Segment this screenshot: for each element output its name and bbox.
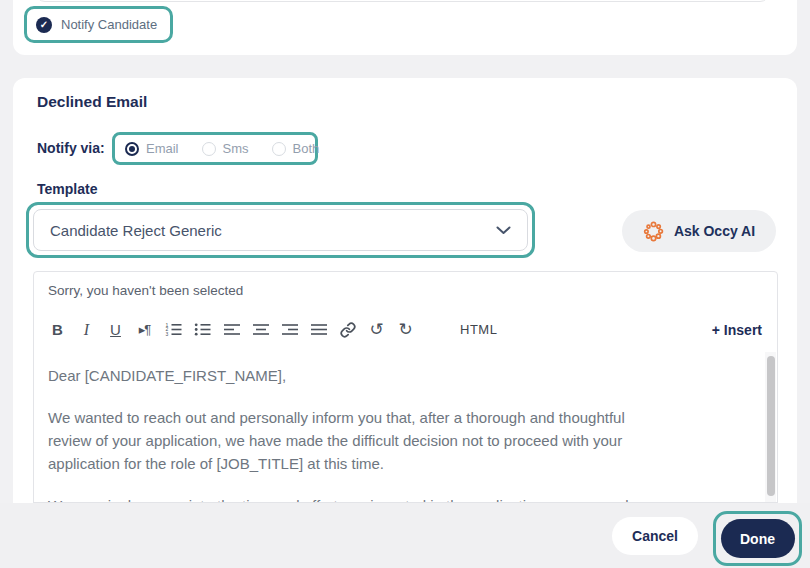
radio-email[interactable]: Email [125,141,179,156]
ask-occy-ai-label: Ask Occy AI [674,223,755,239]
link-icon [340,322,356,338]
redo-button[interactable]: ↻ [397,317,414,343]
insert-link-button[interactable] [339,317,356,343]
align-center-icon [253,323,269,336]
footer: Cancel Done [0,503,810,568]
radio-unselected-icon [272,142,286,156]
chevron-down-icon [496,221,511,239]
template-select[interactable]: Candidate Reject Generic [33,209,528,251]
undo-button[interactable]: ↺ [368,317,385,343]
notify-candidate-card: ✓ Notify Candidate [13,0,797,55]
notify-via-radio-group: Email Sms Both [112,132,318,165]
underline-button[interactable]: U [107,317,124,343]
template-label: Template [37,181,97,197]
template-select-highlight: Candidate Reject Generic [26,202,535,258]
body-paragraph: Dear [CANDIDATE_FIRST_NAME], [48,364,741,387]
radio-sms-label: Sms [223,141,249,156]
align-left-button[interactable] [223,317,240,343]
ask-occy-ai-button[interactable]: Ask Occy AI [622,210,776,252]
radio-both[interactable]: Both [272,141,320,156]
cancel-button[interactable]: Cancel [612,517,698,555]
editor-scrollbar[interactable] [765,352,776,502]
align-left-icon [224,323,240,336]
notify-candidate-label: Notify Candidate [61,17,157,32]
notify-candidate-checkbox[interactable]: ✓ Notify Candidate [24,6,173,43]
radio-email-label: Email [146,141,179,156]
declined-email-card: Declined Email Notify via: Email Sms Bot… [13,78,797,503]
radio-sms[interactable]: Sms [202,141,249,156]
occy-ai-icon [643,221,664,242]
radio-selected-icon [125,142,139,156]
email-body-editor[interactable]: Dear [CANDIDATE_FIRST_NAME], We wanted t… [33,351,778,503]
done-button[interactable]: Done [721,519,795,558]
cutoff-field-above [35,0,770,2]
bold-button[interactable]: B [49,317,66,343]
align-justify-button[interactable] [310,317,327,343]
radio-both-label: Both [293,141,320,156]
subject-input[interactable]: Sorry, you haven't been selected [33,271,778,309]
ordered-list-icon: 123 [165,322,182,337]
radio-unselected-icon [202,142,216,156]
unordered-list-button[interactable] [194,317,211,343]
body-paragraph: We wanted to reach out and personally in… [48,406,741,475]
page-title: Declined Email [37,93,147,111]
ordered-list-button[interactable]: 123 [165,317,182,343]
notify-via-label: Notify via: [37,140,105,156]
unordered-list-icon [194,322,211,337]
scrollbar-thumb[interactable] [767,356,775,496]
align-justify-icon [311,323,327,336]
check-icon: ✓ [40,19,48,30]
insert-button[interactable]: + Insert [712,322,762,338]
svg-text:3: 3 [166,331,169,337]
align-right-icon [282,323,298,336]
html-view-button[interactable]: HTML [460,317,497,343]
body-paragraph: We genuinely appreciate the time and eff… [48,494,741,503]
paragraph-format-button[interactable]: ▸¶ [136,317,153,343]
checkbox-checked-icon: ✓ [36,17,52,33]
italic-button[interactable]: I [78,317,95,343]
align-right-button[interactable] [281,317,298,343]
subject-value: Sorry, you haven't been selected [48,283,243,298]
template-selected-value: Candidate Reject Generic [50,222,222,239]
done-button-highlight: Done [713,511,802,566]
declined-email-screen: ✓ Notify Candidate Declined Email Notify… [0,0,810,568]
editor-toolbar: B I U ▸¶ 123 [33,308,778,352]
align-center-button[interactable] [252,317,269,343]
